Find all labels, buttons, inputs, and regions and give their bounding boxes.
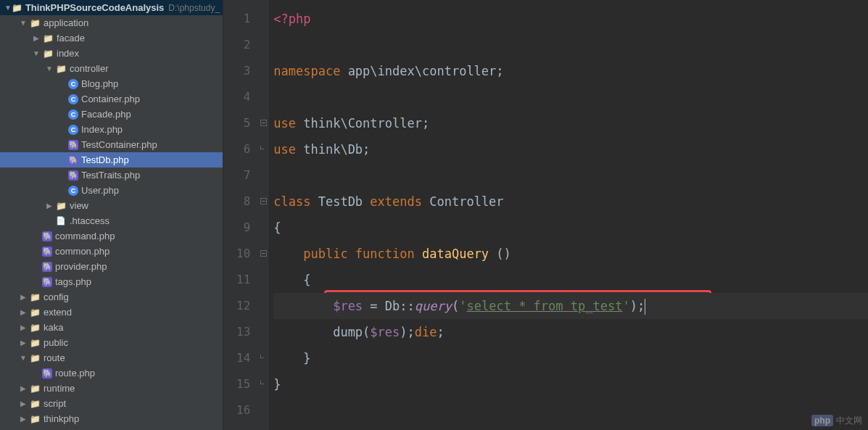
fold-marker-icon[interactable]: − (260, 250, 267, 257)
code-line[interactable] (273, 32, 868, 58)
fold-marker-icon[interactable]: − (260, 120, 267, 126)
code-token: :: (400, 299, 414, 313)
tree-item-extend[interactable]: extend (0, 305, 223, 320)
code-line[interactable]: use think\Db; (273, 136, 868, 162)
expand-arrow-icon[interactable] (17, 19, 29, 27)
code-token (273, 273, 303, 287)
code-line[interactable]: { (273, 267, 868, 293)
php-file-icon (42, 262, 52, 272)
expand-arrow-icon[interactable] (17, 308, 29, 316)
code-token: TestDb (318, 194, 371, 209)
line-number: 7 (236, 162, 250, 189)
code-token (273, 351, 303, 365)
line-number: 2 (236, 32, 250, 58)
expand-arrow-icon[interactable] (17, 293, 29, 301)
tree-item-view[interactable]: view (0, 198, 223, 213)
tree-item-provider-php[interactable]: provider.php (0, 259, 223, 274)
expand-arrow-icon[interactable] (17, 354, 29, 362)
tree-item-label: kaka (44, 322, 63, 333)
code-line[interactable]: <?php (273, 6, 868, 32)
tree-item-common-php[interactable]: common.php (0, 244, 223, 259)
line-number: 4 (236, 84, 250, 110)
code-token: Db (385, 299, 400, 313)
fold-marker-icon[interactable] (260, 381, 264, 384)
expand-arrow-icon[interactable] (17, 384, 29, 392)
line-number: 6 (236, 136, 250, 162)
tree-item-controller[interactable]: controller (0, 61, 223, 76)
code-editor[interactable]: 12345678910111213141516 −−− <?phpnamespa… (223, 0, 868, 430)
code-line[interactable]: namespace app\index\controller; (273, 58, 868, 84)
code-area[interactable]: <?phpnamespace app\index\controller;use … (269, 0, 868, 430)
code-line[interactable]: class TestDb extends Controller (273, 189, 868, 215)
php-class-icon (68, 79, 78, 89)
code-line[interactable]: } (273, 371, 868, 397)
code-line[interactable]: dump($res);die; (273, 319, 868, 345)
code-token: ; (496, 64, 503, 78)
tree-item-command-php[interactable]: command.php (0, 228, 223, 244)
expand-arrow-icon[interactable] (4, 4, 12, 12)
fold-marker-icon[interactable]: − (260, 198, 267, 204)
expand-arrow-icon[interactable] (17, 323, 29, 331)
code-line[interactable] (273, 397, 868, 423)
expand-arrow-icon[interactable] (30, 49, 42, 57)
code-token: ( (452, 299, 459, 313)
tree-item-blog-php[interactable]: Blog.php (0, 76, 223, 91)
tree-item-label: application (44, 17, 88, 28)
tree-item-testdb-php[interactable]: TestDb.php (0, 152, 223, 168)
line-number: 12 (236, 293, 250, 319)
tree-item-testtraits-php[interactable]: TestTraits.php (0, 168, 223, 183)
tree-item-route[interactable]: route (0, 350, 223, 365)
fold-marker-icon[interactable] (260, 146, 264, 149)
tree-item-script[interactable]: script (0, 396, 223, 411)
tree-item-container-php[interactable]: Container.php (0, 91, 223, 107)
php-file-icon (42, 277, 52, 287)
project-tree-sidebar[interactable]: ThinkPHPSourceCodeAnalysisD:\phpstudy_ap… (0, 0, 223, 430)
tree-item-label: view (70, 200, 88, 211)
code-token (273, 325, 333, 339)
code-line[interactable]: use think\Controller; (273, 110, 868, 136)
tree-item-label: facade (57, 33, 85, 44)
tree-item-thinkphp[interactable]: thinkphp (0, 411, 223, 426)
code-token: { (273, 220, 281, 235)
code-line[interactable]: { (273, 215, 868, 241)
tree-item-config[interactable]: config (0, 289, 223, 305)
line-number: 9 (236, 215, 250, 241)
expand-arrow-icon[interactable] (17, 400, 29, 408)
htaccess-icon (55, 215, 67, 227)
expand-arrow-icon[interactable] (44, 65, 55, 73)
tree-item-facade[interactable]: facade (0, 30, 223, 46)
tree-item-index-php[interactable]: Index.php (0, 122, 223, 137)
folder-icon (12, 2, 22, 14)
tree-item-user-php[interactable]: User.php (0, 183, 223, 198)
folder-icon (42, 33, 54, 44)
tree-item-kaka[interactable]: kaka (0, 320, 223, 335)
tree-item-route-php[interactable]: route.php (0, 365, 223, 381)
expand-arrow-icon[interactable] (30, 34, 42, 42)
code-token: $res (370, 325, 400, 339)
tree-item-label: common.php (55, 246, 109, 257)
expand-arrow-icon[interactable] (44, 202, 55, 210)
fold-marker-icon[interactable] (260, 355, 264, 358)
code-line[interactable]: public function dataQuery () (273, 241, 868, 267)
tree-item-runtime[interactable]: runtime (0, 381, 223, 396)
tree-item-thinkphpsourcecodeanalysis[interactable]: ThinkPHPSourceCodeAnalysisD:\phpstudy_ (0, 0, 223, 15)
line-number: 16 (236, 397, 250, 423)
tree-item-path: D:\phpstudy_ (168, 3, 220, 13)
tree-item-tags-php[interactable]: tags.php (0, 274, 223, 289)
folder-icon (29, 383, 41, 394)
expand-arrow-icon[interactable] (17, 339, 29, 347)
tree-item-application[interactable]: application (0, 15, 223, 30)
tree-item-facade-php[interactable]: Facade.php (0, 107, 223, 122)
tree-item-testcontainer-php[interactable]: TestContainer.php (0, 137, 223, 152)
code-line[interactable] (273, 84, 868, 110)
fold-gutter[interactable]: −−− (259, 0, 269, 430)
code-token: ; (363, 142, 370, 157)
tree-item--htaccess[interactable]: .htaccess (0, 213, 223, 228)
line-number: 1 (236, 6, 250, 32)
tree-item-public[interactable]: public (0, 335, 223, 350)
expand-arrow-icon[interactable] (17, 415, 29, 423)
code-line[interactable] (273, 162, 868, 189)
code-line[interactable]: $res = Db::query('select * from tp_test'… (273, 293, 868, 319)
code-line[interactable]: } (273, 345, 868, 371)
tree-item-index[interactable]: index (0, 46, 223, 61)
